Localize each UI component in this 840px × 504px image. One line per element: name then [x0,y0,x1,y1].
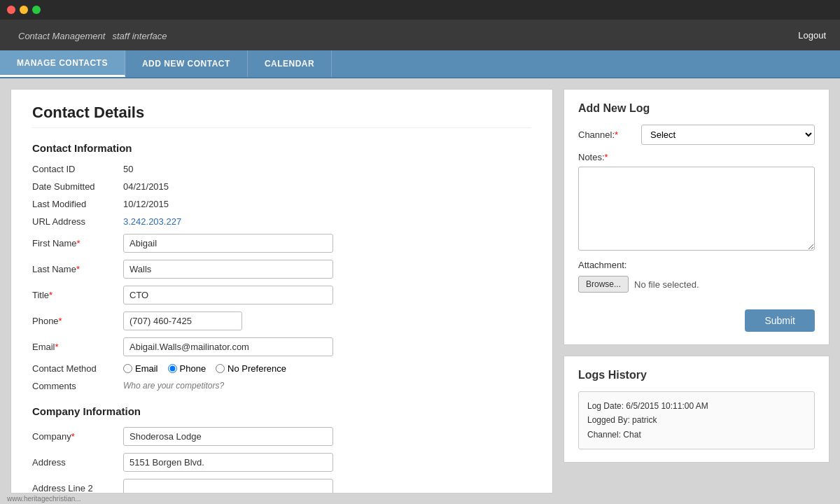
last-modified-label: Last Modified [32,199,123,209]
company-row: Company* [32,427,531,446]
company-label: Company* [32,431,123,442]
add-log-title: Add New Log [578,102,815,115]
nav-manage-contacts[interactable]: MANAGE CONTACTS [0,50,125,77]
right-panel: Add New Log Channel:* Select Chat Email … [564,89,830,493]
first-name-input[interactable] [123,234,333,253]
title-input[interactable] [123,286,333,304]
phone-row: Phone* [32,312,531,330]
logs-history-box: Logs History Log Date: 6/5/2015 10:11:00… [564,356,830,463]
title-row: Title* [32,286,531,304]
channel-label: Channel:* [578,130,634,140]
first-name-row: First Name* [32,234,531,253]
url-label: URL Address [32,216,123,227]
contact-method-group: Email Phone No Preference [123,363,286,374]
date-submitted-value: 04/21/2015 [123,181,169,192]
address2-row: Address Line 2 [32,479,531,493]
logs-history-title: Logs History [578,369,815,382]
app-title: Contact Management staff interface [14,29,167,41]
nav-bar: MANAGE CONTACTS ADD NEW CONTACT CALENDAR [0,50,840,78]
phone-input[interactable] [123,312,242,330]
radio-phone[interactable]: Phone [168,363,206,374]
log-entry: Log Date: 6/5/2015 10:11:00 AM Logged By… [578,391,815,449]
first-name-label: First Name* [32,238,123,248]
address2-input[interactable] [123,479,333,493]
address-label: Address [32,457,123,468]
comments-hint: Who are your competitors? [123,381,224,391]
log-date: Log Date: 6/5/2015 10:11:00 AM [587,399,806,413]
log-by: Logged By: patrick [587,413,806,427]
channel-row: Channel:* Select Chat Email Phone In Per… [578,125,815,145]
traffic-lights [7,6,41,14]
date-submitted-row: Date Submitted 04/21/2015 [32,181,531,192]
address-input[interactable] [123,453,333,472]
contact-info-title: Contact Information [32,142,531,154]
attachment-label: Attachment: [578,260,815,270]
page-title: Contact Details [32,104,531,128]
nav-add-contact[interactable]: ADD NEW CONTACT [125,50,248,77]
browse-button[interactable]: Browse... [578,276,629,293]
titlebar [0,0,840,20]
contact-id-label: Contact ID [32,164,123,174]
company-input[interactable] [123,427,333,446]
phone-label: Phone* [32,316,123,326]
address-row: Address [32,453,531,472]
radio-email[interactable]: Email [123,363,158,374]
main-content: Contact Details Contact Information Cont… [0,78,840,504]
contact-id-row: Contact ID 50 [32,164,531,174]
contact-details-panel: Contact Details Contact Information Cont… [10,89,553,493]
last-modified-value: 10/12/2015 [123,199,169,209]
last-name-row: Last Name* [32,260,531,279]
add-log-box: Add New Log Channel:* Select Chat Email … [564,89,830,345]
email-row: Email* [32,337,531,356]
notes-label: Notes:* [578,152,608,162]
title-label: Title* [32,290,123,300]
channel-select[interactable]: Select Chat Email Phone In Person [641,125,815,145]
attachment-section: Attachment: Browse... No file selected. [578,260,815,293]
maximize-button[interactable] [32,6,41,14]
url-row: URL Address 3.242.203.227 [32,216,531,227]
contact-id-value: 50 [123,164,133,174]
contact-method-row: Contact Method Email Phone No Preference [32,363,531,374]
file-name: No file selected. [634,279,699,290]
date-submitted-label: Date Submitted [32,181,123,192]
header: Contact Management staff interface Logou… [0,20,840,50]
minimize-button[interactable] [20,6,28,14]
comments-row: Comments Who are your competitors? [32,381,531,391]
close-button[interactable] [7,6,15,14]
attachment-row: Browse... No file selected. [578,276,815,293]
company-info-title: Company Information [32,405,531,417]
notes-textarea[interactable] [578,167,815,251]
last-modified-row: Last Modified 10/12/2015 [32,199,531,209]
footer-watermark: www.heritagechristian... [7,495,81,503]
last-name-input[interactable] [123,260,333,279]
email-label: Email* [32,342,123,352]
url-link[interactable]: 3.242.203.227 [123,216,181,227]
submit-row: Submit [578,301,815,332]
last-name-label: Last Name* [32,264,123,274]
contact-method-label: Contact Method [32,363,123,374]
notes-label-row: Notes:* [578,152,815,162]
comments-label: Comments [32,381,123,391]
email-input[interactable] [123,337,333,356]
submit-button[interactable]: Submit [745,309,815,332]
radio-no-preference[interactable]: No Preference [216,363,286,374]
nav-calendar[interactable]: CALENDAR [248,50,332,77]
logout-button[interactable]: Logout [798,30,826,41]
log-channel: Channel: Chat [587,428,806,442]
address2-label: Address Line 2 [32,483,123,493]
